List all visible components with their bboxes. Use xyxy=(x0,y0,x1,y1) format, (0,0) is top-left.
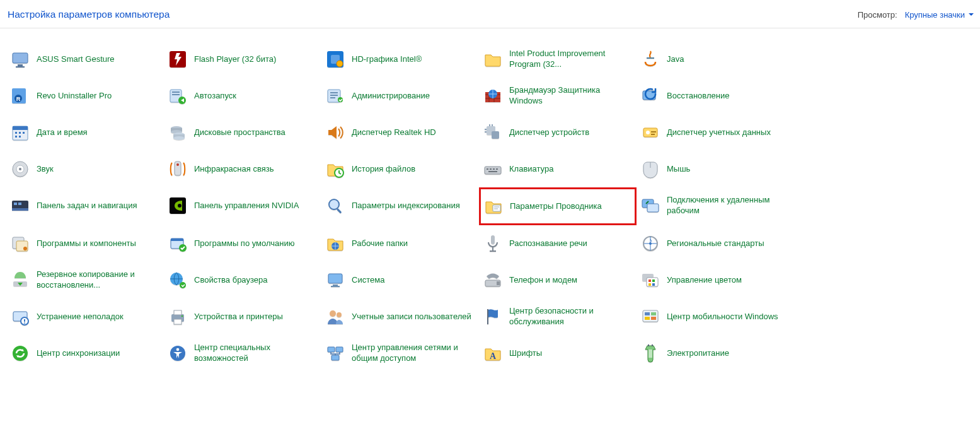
item-backup-restore[interactable]: Резервное копирование и восстановлени... xyxy=(6,262,164,298)
svg-rect-12 xyxy=(172,94,180,95)
item-realtek-hd[interactable]: Диспетчер Realtek HD xyxy=(321,114,479,151)
svg-rect-20 xyxy=(13,126,28,130)
item-default-programs[interactable]: Программы по умолчанию xyxy=(164,225,321,262)
recovery-icon xyxy=(640,86,660,106)
item-credential-manager[interactable]: Диспетчер учетных данных xyxy=(637,114,794,151)
item-windows-defender-firewall[interactable]: Брандмауэр Защитника Windows xyxy=(479,78,637,114)
svg-rect-108 xyxy=(649,350,652,358)
item-explorer-options[interactable]: Параметры Проводника xyxy=(479,187,637,225)
item-autorun[interactable]: Автозапуск xyxy=(164,78,321,114)
item-asus-smart-gesture[interactable]: ASUS Smart Gesture xyxy=(6,41,164,78)
item-label: Панель задач и навигация xyxy=(37,201,137,211)
item-device-manager[interactable]: Диспетчер устройств xyxy=(479,114,637,151)
item-devices-printers[interactable]: Устройства и принтеры xyxy=(164,298,321,335)
svg-point-31 xyxy=(173,136,185,140)
item-revo-uninstaller[interactable]: RRevo Uninstaller Pro xyxy=(6,78,164,114)
item-java[interactable]: Java xyxy=(637,41,794,78)
item-label: Резервное копирование и восстановлени... xyxy=(37,269,156,290)
item-internet-options[interactable]: Свойства браузера xyxy=(164,262,321,298)
svg-rect-100 xyxy=(651,317,656,320)
item-label: Intel Product Improvement Program (32... xyxy=(509,49,629,69)
sound-icon xyxy=(10,159,30,179)
item-indexing-options[interactable]: Параметры индексирования xyxy=(321,187,479,224)
item-region[interactable]: Региональные стандарты xyxy=(637,225,794,262)
users-icon xyxy=(325,307,345,327)
date-icon xyxy=(10,122,30,143)
item-mouse[interactable]: Мышь xyxy=(637,151,794,187)
view-dropdown[interactable]: Крупные значки xyxy=(905,10,974,20)
autorun-icon xyxy=(168,86,188,106)
svg-rect-91 xyxy=(174,310,182,315)
item-infrared[interactable]: Инфракрасная связь xyxy=(164,151,321,187)
item-security-maintenance[interactable]: Центр безопасности и обслуживания xyxy=(479,298,637,335)
svg-text:A: A xyxy=(490,351,497,361)
item-label: Система xyxy=(352,275,384,286)
workfolders-icon xyxy=(325,233,345,254)
item-label: Дата и время xyxy=(37,127,88,138)
item-sync-center[interactable]: Центр синхронизации xyxy=(6,335,164,372)
item-label: История файлов xyxy=(352,164,415,175)
item-power-options[interactable]: Электропитание xyxy=(637,335,794,372)
intel-icon xyxy=(325,49,345,69)
svg-rect-46 xyxy=(490,168,492,170)
item-label: Администрирование xyxy=(352,91,430,102)
svg-rect-0 xyxy=(13,53,28,63)
item-user-accounts[interactable]: Учетные записи пользователей xyxy=(321,298,479,335)
svg-rect-70 xyxy=(490,250,496,252)
item-ease-of-access[interactable]: Центр специальных возможностей xyxy=(164,335,321,372)
item-speech-recognition[interactable]: Распознавание речи xyxy=(479,225,637,262)
java-icon xyxy=(640,49,660,69)
firewall-icon xyxy=(483,86,503,106)
item-troubleshooting[interactable]: Устранение неполадок xyxy=(6,298,164,335)
item-fonts[interactable]: AШрифты xyxy=(479,335,637,372)
item-label: Шрифты xyxy=(509,348,542,359)
nvidia-icon xyxy=(168,196,188,216)
item-label: Региональные стандарты xyxy=(667,238,764,249)
item-date-time[interactable]: Дата и время xyxy=(6,114,164,151)
item-hd-graphics-intel[interactable]: HD-графика Intel® xyxy=(321,41,479,78)
item-nvidia-panel[interactable]: Панель управления NVIDIA xyxy=(164,187,321,224)
svg-point-6 xyxy=(337,61,343,67)
item-label: ASUS Smart Gesture xyxy=(37,54,115,65)
mouse-icon xyxy=(640,159,660,179)
item-intel-product-improvement[interactable]: Intel Product Improvement Program (32... xyxy=(479,41,637,78)
svg-rect-44 xyxy=(485,167,501,174)
svg-rect-68 xyxy=(491,235,495,244)
svg-rect-49 xyxy=(488,171,497,172)
item-sound[interactable]: Звук xyxy=(6,151,164,187)
item-color-management[interactable]: Управление цветом xyxy=(637,262,794,298)
folderclock-icon xyxy=(325,159,345,179)
item-taskbar-navigation[interactable]: Панель задач и навигация xyxy=(6,187,164,224)
item-remote-desktop[interactable]: Подключения к удаленным рабочим xyxy=(637,187,794,224)
svg-rect-23 xyxy=(23,132,25,134)
item-label: Устранение неполадок xyxy=(37,312,124,322)
svg-rect-21 xyxy=(15,132,17,134)
item-label: Восстановление xyxy=(667,91,729,102)
item-phone-modem[interactable]: Телефон и модем xyxy=(479,262,637,298)
item-label: Центр специальных возможностей xyxy=(194,343,314,363)
svg-point-56 xyxy=(329,199,339,209)
svg-rect-77 xyxy=(333,285,338,286)
svg-rect-1 xyxy=(18,64,23,66)
item-keyboard[interactable]: Клавиатура xyxy=(479,151,637,187)
revo-icon: R xyxy=(10,86,30,106)
item-mobility-center[interactable]: Центр мобильности Windows xyxy=(637,298,794,335)
svg-rect-47 xyxy=(493,168,495,170)
item-network-sharing[interactable]: Центр управления сетями и общим доступом xyxy=(321,335,479,372)
item-file-history[interactable]: История файлов xyxy=(321,151,479,187)
item-system[interactable]: Система xyxy=(321,262,479,298)
item-storage-spaces[interactable]: Дисковые пространства xyxy=(164,114,321,151)
control-panel-grid: ASUS Smart GestureFlash Player (32 бита)… xyxy=(0,28,980,372)
svg-rect-22 xyxy=(19,132,21,134)
trouble-icon xyxy=(10,307,30,327)
svg-rect-96 xyxy=(643,310,658,322)
item-admin-tools[interactable]: Администрирование xyxy=(321,78,479,114)
svg-rect-86 xyxy=(652,283,655,286)
item-label: Дисковые пространства xyxy=(194,127,285,138)
svg-rect-106 xyxy=(331,355,339,360)
item-work-folders[interactable]: Рабочие папки xyxy=(321,225,479,262)
item-recovery[interactable]: Восстановление xyxy=(637,78,794,114)
item-flash-player[interactable]: Flash Player (32 бита) xyxy=(164,41,321,78)
ease-icon xyxy=(168,343,188,363)
item-programs-features[interactable]: Программы и компоненты xyxy=(6,225,164,262)
